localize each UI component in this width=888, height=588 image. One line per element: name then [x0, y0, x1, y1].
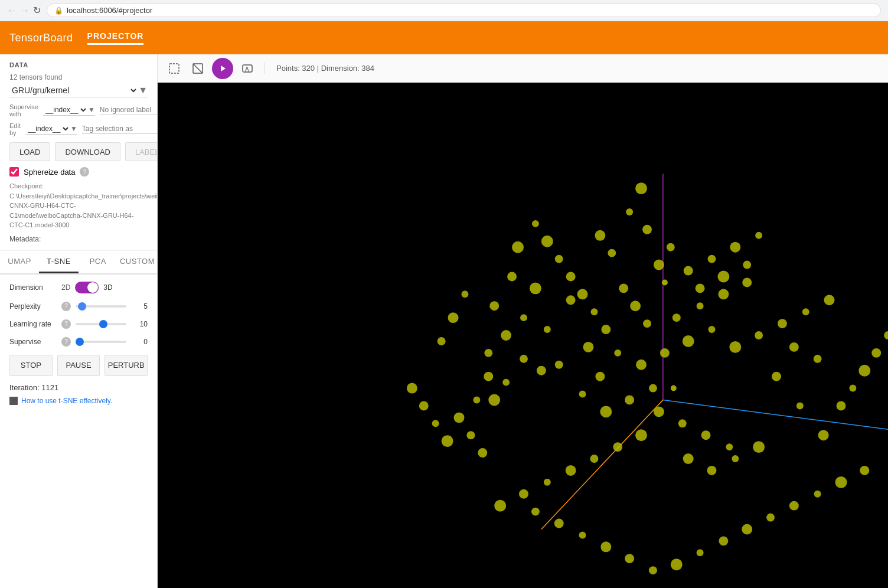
back-button[interactable]: ←: [7, 5, 17, 16]
scatter-dot: [755, 232, 762, 239]
scatter-dot: [778, 319, 787, 328]
sphereize-checkbox[interactable]: [9, 167, 19, 177]
scatter-dot: [707, 466, 717, 475]
data-section: DATA 12 tensors found GRU/gru/kernel ▼ S…: [0, 54, 157, 251]
scatter-dot: [730, 242, 740, 253]
scatter-dot: [613, 442, 622, 452]
scatter-dot: [608, 249, 616, 257]
checkpoint-text: Checkpoint: C:\Users\feiyi\Desktop\captc…: [9, 181, 148, 230]
scatter-dot: [683, 453, 694, 464]
scatter-dot: [796, 402, 804, 409]
sidebar: DATA 12 tensors found GRU/gru/kernel ▼ S…: [0, 54, 158, 588]
night-mode-btn[interactable]: [188, 59, 207, 78]
tsne-link[interactable]: How to use t-SNE effectively.: [9, 397, 148, 405]
sphereize-help-icon[interactable]: ?: [80, 167, 89, 177]
dimension-row: Dimension 2D 3D: [9, 282, 148, 293]
toolbar-strip: A Points: 320 | Dimension: 384: [158, 54, 888, 83]
scatter-dot: [566, 272, 576, 282]
svg-text:A: A: [245, 66, 249, 73]
tab-umap[interactable]: UMAP: [0, 251, 39, 273]
action-buttons-row: Load Download Label: [9, 142, 148, 161]
scatter-dot: [488, 394, 500, 406]
edit-by-arrow: ▼: [70, 125, 77, 133]
tab-custom[interactable]: CUSTOM: [117, 251, 157, 273]
scatter-canvas[interactable]: [158, 83, 888, 588]
supervise-ctrl-help-icon[interactable]: ?: [61, 337, 71, 347]
scatter-dot: [654, 406, 664, 417]
scatter-dot: [432, 420, 439, 427]
label-mode-btn[interactable]: A: [238, 59, 257, 78]
scatter-dot: [484, 349, 492, 357]
action-btn-row: Stop Pause Perturb: [9, 355, 148, 376]
supervise-ctrl-row: Supervise ? 0: [9, 337, 148, 347]
scatter-dot: [766, 514, 775, 522]
learning-rate-slider[interactable]: [76, 323, 126, 325]
scatter-dot: [579, 531, 586, 538]
scatter-dot: [696, 283, 705, 293]
tag-selection-input[interactable]: [82, 125, 158, 134]
scatter-dot: [520, 355, 528, 363]
download-button[interactable]: Download: [55, 142, 120, 161]
scatter-dot: [755, 331, 763, 339]
ignored-label-input[interactable]: [100, 106, 158, 115]
supervise-slider[interactable]: [76, 341, 126, 343]
supervise-select[interactable]: __index__: [43, 105, 88, 115]
scatter-dot: [837, 401, 846, 410]
scatter-dot: [448, 312, 459, 323]
perplexity-help-icon[interactable]: ?: [61, 302, 71, 311]
tab-pca[interactable]: PCA: [79, 251, 117, 273]
stop-button[interactable]: Stop: [9, 355, 53, 376]
label-button[interactable]: Label: [125, 142, 158, 161]
forward-button[interactable]: →: [20, 5, 30, 16]
scatter-dot: [501, 330, 511, 341]
scatter-dot: [590, 455, 598, 463]
tensor-dropdown-row: GRU/gru/kernel ▼: [9, 85, 148, 97]
scatter-dot: [701, 430, 711, 440]
scatter-dot: [635, 429, 647, 441]
edit-by-label: Edit by: [9, 122, 21, 136]
pause-button[interactable]: Pause: [57, 355, 100, 376]
play-button[interactable]: [212, 58, 233, 79]
app-header: TensorBoard PROJECTOR: [0, 21, 888, 54]
scatter-dot: [478, 448, 487, 458]
tensor-select[interactable]: GRU/gru/kernel: [9, 85, 138, 96]
reload-button[interactable]: ↻: [33, 5, 41, 16]
scatter-dot: [544, 326, 551, 333]
scatter-dot: [678, 419, 687, 427]
scatter-dot: [595, 230, 605, 241]
edit-by-select[interactable]: __index__: [25, 124, 70, 133]
scatter-dot: [577, 289, 588, 299]
app-logo: TensorBoard: [9, 32, 73, 44]
scatter-dot: [484, 372, 493, 381]
scatter-dot: [531, 508, 540, 516]
scatter-dot: [709, 326, 716, 333]
perplexity-slider[interactable]: [76, 305, 126, 308]
load-button[interactable]: Load: [9, 142, 50, 161]
checkpoint-label: Checkpoint:: [9, 182, 44, 190]
tab-tsne[interactable]: T-SNE: [39, 251, 78, 273]
tabs-row: UMAP T-SNE PCA CUSTOM: [0, 251, 157, 274]
points-info: Points: 320 | Dimension: 384: [276, 64, 374, 73]
checkpoint-path: C:\Users\feiyi\Desktop\captcha_trainer\p…: [9, 192, 158, 229]
address-bar[interactable]: 🔒 localhost:6006/#projector: [47, 4, 881, 17]
scatter-dot: [466, 431, 475, 439]
scatter-dot: [835, 476, 847, 488]
projector-nav-item[interactable]: PROJECTOR: [87, 31, 144, 45]
learning-rate-row: Learning rate ? 10: [9, 319, 148, 329]
scatter-dot: [579, 391, 586, 398]
perplexity-slider-container: [76, 305, 126, 308]
learning-rate-help-icon[interactable]: ?: [61, 319, 71, 329]
scatter-dot: [871, 348, 881, 358]
scatter-dot: [614, 349, 621, 357]
scatter-dot: [590, 308, 598, 315]
dimension-toggle[interactable]: [75, 282, 99, 293]
scatter-dot: [671, 558, 683, 570]
scatter-dot: [566, 465, 576, 476]
scatter-dot: [697, 549, 704, 556]
sphereize-label: Sphereize data: [24, 168, 75, 177]
perturb-button[interactable]: Perturb: [105, 355, 148, 376]
controls-section: Dimension 2D 3D Perplexity ? 5 Learning …: [0, 275, 157, 412]
scatter-dot: [520, 314, 527, 321]
select-box-btn[interactable]: [165, 59, 184, 78]
scatter-dot: [672, 313, 681, 322]
